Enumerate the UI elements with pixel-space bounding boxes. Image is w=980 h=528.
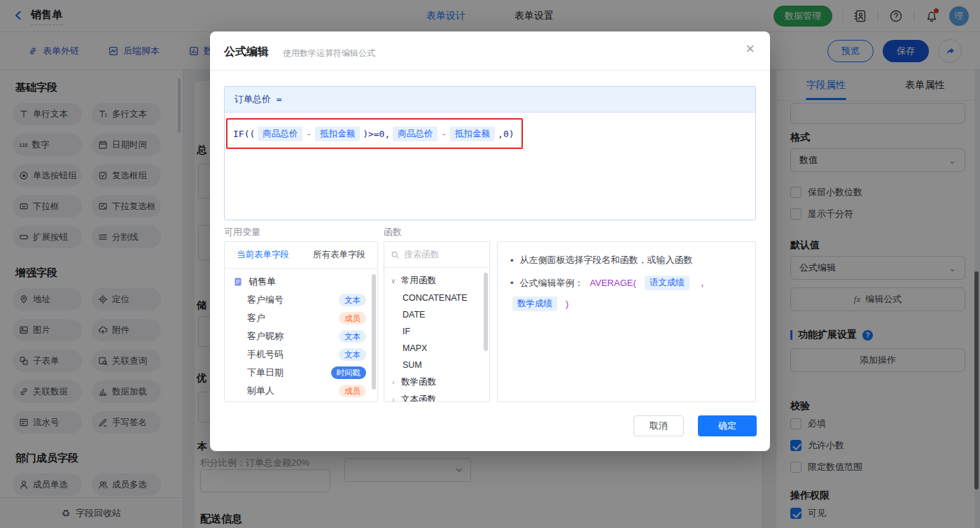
formula-code: )>=0, bbox=[363, 129, 390, 139]
function-item[interactable]: MAPX bbox=[384, 340, 489, 357]
formula-operator: - bbox=[306, 129, 312, 139]
function-group-name: 数学函数 bbox=[401, 376, 436, 388]
variable-row[interactable]: 制单人成员 bbox=[225, 382, 377, 400]
variable-type-badge: 时间戳 bbox=[331, 366, 367, 379]
example-text: AVERAGE( bbox=[590, 278, 636, 288]
formula-highlight-box: IF((商品总价-抵扣金额)>=0,商品总价-抵扣金额,0) bbox=[226, 118, 523, 149]
variable-name: 客户 bbox=[247, 312, 339, 324]
formula-edit-modal: 公式编辑 使用数学运算符编辑公式 × 订单总价 = IF((商品总价-抵扣金额)… bbox=[210, 31, 770, 451]
formula-field-chip[interactable]: 抵扣金额 bbox=[450, 127, 495, 141]
divider bbox=[210, 70, 770, 71]
variable-type-badge: 文本 bbox=[339, 348, 366, 361]
function-item[interactable]: SUM bbox=[384, 357, 489, 373]
variable-row[interactable]: 客户昵称文本 bbox=[225, 327, 377, 345]
formula-field-chip[interactable]: 商品总价 bbox=[258, 127, 302, 141]
variable-row[interactable]: 客户编号文本 bbox=[225, 291, 377, 309]
variable-type-badge: 文本 bbox=[339, 294, 366, 306]
variables-scrollbar[interactable] bbox=[372, 274, 376, 390]
functions-label: 函数 bbox=[384, 226, 402, 238]
functions-panel: ∨常用函数CONCATENATEDATEIFMAPXSUM›数学函数›文本函数 bbox=[384, 241, 490, 402]
variable-row[interactable]: 客户成员 bbox=[225, 309, 377, 327]
variables-panel: 当前表单字段所有表单字段 销售单客户编号文本客户成员客户昵称文本手机号码文本下单… bbox=[224, 241, 378, 402]
formula-editor: 订单总价 = IF((商品总价-抵扣金额)>=0,商品总价-抵扣金额,0) bbox=[224, 86, 756, 220]
function-group[interactable]: ∨常用函数 bbox=[384, 272, 489, 290]
bullet: • bbox=[510, 278, 514, 288]
function-search-input[interactable] bbox=[404, 250, 482, 259]
chevron-down-icon: ∨ bbox=[390, 277, 397, 285]
variable-name: 客户昵称 bbox=[247, 330, 339, 343]
variables-form-name: 销售单 bbox=[248, 276, 276, 288]
confirm-button[interactable]: 确定 bbox=[698, 415, 757, 436]
formula-code: IF(( bbox=[233, 129, 255, 139]
formula-field-chip[interactable]: 抵扣金额 bbox=[315, 127, 360, 141]
variables-tab-0[interactable]: 当前表单字段 bbox=[225, 242, 301, 268]
example-text: ， bbox=[698, 277, 707, 290]
formula-expression: IF((商品总价-抵扣金额)>=0,商品总价-抵扣金额,0) bbox=[233, 127, 514, 141]
functions-tree: ∨常用函数CONCATENATEDATEIFMAPXSUM›数学函数›文本函数 bbox=[384, 268, 489, 402]
variable-name: 下单日期 bbox=[247, 366, 331, 379]
variable-row[interactable]: 手机号码文本 bbox=[225, 345, 377, 364]
variable-name: 手机号码 bbox=[247, 348, 339, 361]
formula-result-label: 订单总价 = bbox=[225, 87, 755, 113]
variable-row[interactable]: 下单日期时间戳 bbox=[225, 364, 377, 382]
formula-code: ,0) bbox=[498, 129, 514, 139]
help-line2-prefix: 公式编辑举例： bbox=[520, 277, 584, 290]
variables-form-row[interactable]: 销售单 bbox=[225, 273, 377, 291]
chevron-right-icon: › bbox=[390, 378, 397, 386]
formula-help-panel: • 从左侧面板选择字段名和函数，或输入函数 • 公式编辑举例： AVERAGE(… bbox=[497, 241, 756, 402]
function-item[interactable]: IF bbox=[384, 323, 489, 340]
function-group[interactable]: ›文本函数 bbox=[384, 391, 489, 402]
bullet: • bbox=[510, 255, 514, 266]
form-doc-icon bbox=[233, 277, 243, 287]
chevron-right-icon: › bbox=[390, 396, 397, 402]
variable-type-badge: 成员 bbox=[339, 312, 366, 324]
variables-list: 销售单客户编号文本客户成员客户昵称文本手机号码文本下单日期时间戳制单人成员 bbox=[225, 269, 377, 402]
close-icon[interactable]: × bbox=[746, 41, 755, 57]
variables-label: 可用变量 bbox=[224, 226, 260, 238]
formula-operator: - bbox=[441, 129, 447, 139]
functions-scrollbar[interactable] bbox=[484, 273, 488, 351]
function-group-name: 文本函数 bbox=[401, 394, 436, 402]
example-field-chip: 数学成绩 bbox=[512, 297, 557, 311]
example-text: ) bbox=[566, 299, 568, 309]
variable-name: 制单人 bbox=[247, 385, 339, 397]
function-group[interactable]: ›数学函数 bbox=[384, 373, 489, 391]
variable-type-badge: 成员 bbox=[339, 385, 366, 397]
function-item[interactable]: CONCATENATE bbox=[384, 290, 489, 306]
search-icon bbox=[391, 250, 399, 259]
help-line1: 从左侧面板选择字段名和函数，或输入函数 bbox=[520, 254, 693, 266]
variables-tab-1[interactable]: 所有表单字段 bbox=[301, 242, 377, 268]
form-designer-screen: 销售单 表单设计表单设置 数据管理 理 表单外链后端脚本数据权限 预览 保存 bbox=[0, 0, 980, 528]
formula-field-chip[interactable]: 商品总价 bbox=[393, 127, 438, 141]
function-search bbox=[384, 242, 489, 268]
variables-tabs: 当前表单字段所有表单字段 bbox=[225, 242, 377, 269]
formula-body[interactable]: IF((商品总价-抵扣金额)>=0,商品总价-抵扣金额,0) bbox=[225, 113, 755, 220]
function-group-name: 常用函数 bbox=[401, 275, 436, 287]
modal-title: 公式编辑 bbox=[224, 45, 269, 59]
modal-subtitle: 使用数学运算符编辑公式 bbox=[283, 48, 375, 59]
example-field-chip: 语文成绩 bbox=[645, 276, 690, 290]
cancel-button[interactable]: 取消 bbox=[634, 415, 684, 436]
variable-type-badge: 文本 bbox=[339, 330, 366, 343]
function-item[interactable]: DATE bbox=[384, 306, 489, 323]
variable-name: 客户编号 bbox=[247, 294, 339, 306]
